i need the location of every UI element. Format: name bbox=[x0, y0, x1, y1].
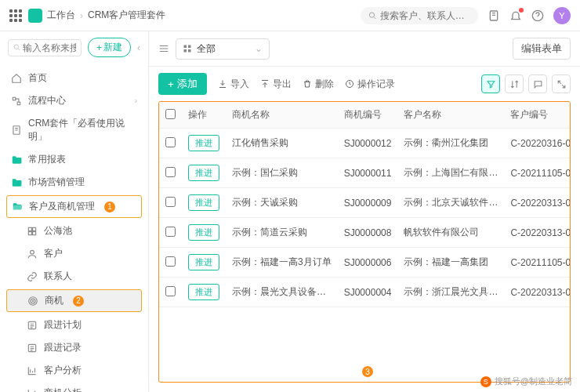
expand-icon[interactable] bbox=[552, 74, 571, 93]
sidebar-item-11[interactable]: 跟进记录 bbox=[0, 336, 148, 359]
help-icon[interactable] bbox=[531, 9, 544, 22]
export-label: 导出 bbox=[273, 78, 292, 91]
log-label: 操作记录 bbox=[357, 78, 395, 91]
row-checkbox[interactable] bbox=[165, 286, 176, 296]
sidebar-item-6[interactable]: 公海池 bbox=[0, 220, 148, 242]
code-cell: SJ0000008 bbox=[338, 218, 398, 248]
sidebar-item-label: 商机 bbox=[45, 294, 63, 307]
sidebar-item-13[interactable]: 商机分析 bbox=[0, 382, 148, 392]
sohu-logo-icon: S bbox=[480, 376, 491, 387]
add-button[interactable]: +添加 bbox=[158, 73, 207, 95]
folder-icon bbox=[11, 154, 22, 165]
breadcrumb-current[interactable]: CRM客户管理套件 bbox=[88, 9, 165, 22]
sidebar-item-label: 客户 bbox=[44, 247, 63, 260]
watermark: S 搜狐号@制造业老简 bbox=[480, 376, 572, 387]
sidebar-search-input[interactable] bbox=[23, 42, 76, 53]
view-selector[interactable]: 全部 ⌄ bbox=[176, 38, 270, 60]
code-cell: SJ0000004 bbox=[338, 278, 398, 307]
notebook-icon[interactable] bbox=[488, 9, 500, 22]
sort-icon[interactable] bbox=[505, 74, 524, 93]
column-header[interactable]: 商机编号 bbox=[338, 102, 398, 129]
delete-label: 删除 bbox=[315, 78, 334, 91]
table-row[interactable]: 推进示例：晨光文具设备…SJ0000004示例：浙江晨光文具…C-2022031… bbox=[159, 278, 571, 307]
column-header[interactable]: 客户编号 bbox=[504, 102, 571, 129]
sidebar-item-0[interactable]: 首页 bbox=[0, 67, 148, 89]
svg-rect-8 bbox=[33, 227, 36, 230]
sidebar-item-label: 跟进记录 bbox=[44, 341, 82, 354]
edit-form-button[interactable]: 编辑表单 bbox=[513, 38, 571, 60]
export-button[interactable]: 导出 bbox=[260, 78, 292, 91]
sidebar-item-3[interactable]: 常用报表 bbox=[0, 148, 148, 171]
row-checkbox[interactable] bbox=[165, 197, 176, 207]
global-search[interactable] bbox=[361, 7, 478, 24]
import-button[interactable]: 导入 bbox=[218, 78, 249, 91]
sidebar-item-10[interactable]: 跟进计划 bbox=[0, 314, 148, 336]
search-icon bbox=[368, 11, 377, 20]
sidebar-item-4[interactable]: 市场营销管理 bbox=[0, 171, 148, 194]
select-all-header bbox=[159, 102, 182, 129]
push-button[interactable]: 推进 bbox=[188, 135, 219, 151]
push-button[interactable]: 推进 bbox=[188, 254, 219, 270]
sidebar-item-8[interactable]: 联系人 bbox=[0, 265, 148, 288]
view-bar: 全部 ⌄ 编辑表单 bbox=[149, 31, 580, 67]
user-icon bbox=[27, 249, 38, 260]
svg-rect-9 bbox=[28, 231, 31, 234]
sidebar-search[interactable] bbox=[8, 39, 82, 56]
annotation-badge: 2 bbox=[73, 296, 84, 307]
table-row[interactable]: 推进江化销售采购SJ0000012示例：衢州江化集团C-20220316-000… bbox=[159, 129, 571, 158]
chart-icon bbox=[27, 365, 38, 376]
new-button-label: 新建 bbox=[103, 41, 122, 54]
chart-icon bbox=[27, 388, 38, 393]
filter-icon[interactable] bbox=[481, 74, 500, 93]
sidebar-item-label: 跟进计划 bbox=[44, 318, 82, 332]
log-button[interactable]: 操作记录 bbox=[345, 78, 395, 91]
push-button[interactable]: 推进 bbox=[188, 165, 219, 181]
svg-rect-17 bbox=[184, 45, 187, 49]
name-cell: 示例：晨光文具设备… bbox=[226, 278, 338, 307]
collapse-sidebar-icon[interactable]: ‹ bbox=[137, 42, 140, 53]
row-checkbox[interactable] bbox=[165, 167, 176, 177]
data-table: 操作商机名称商机编号客户名称客户编号客户联系人 推进江化销售采购SJ000001… bbox=[159, 102, 571, 307]
chat-icon[interactable] bbox=[528, 74, 547, 93]
table-row[interactable]: 推进示例：国仁采购SJ0000011示例：上海国仁有限…C-20211105-0… bbox=[159, 158, 571, 188]
user-avatar[interactable]: Y bbox=[553, 7, 571, 24]
push-button[interactable]: 推进 bbox=[188, 224, 219, 241]
sidebar-item-2[interactable]: CRM套件「必看使用说明」 bbox=[0, 112, 148, 148]
table-row[interactable]: 推进示例：福建一高3月订单SJ0000006示例：福建一高集团C-2021110… bbox=[159, 248, 571, 278]
search-icon bbox=[13, 43, 20, 52]
new-button[interactable]: +新建 bbox=[88, 38, 131, 57]
row-checkbox[interactable] bbox=[165, 137, 176, 147]
name-cell: 示例：国仁采购 bbox=[226, 158, 338, 188]
sidebar-item-5[interactable]: 客户及商机管理1 bbox=[6, 195, 142, 218]
bell-icon[interactable] bbox=[509, 9, 522, 22]
sidebar-item-12[interactable]: 客户分析 bbox=[0, 359, 148, 382]
svg-point-3 bbox=[14, 45, 18, 49]
push-button[interactable]: 推进 bbox=[188, 284, 219, 300]
column-header[interactable]: 客户名称 bbox=[397, 102, 504, 129]
list-icon bbox=[27, 320, 38, 331]
sidebar-item-9[interactable]: 商机2 bbox=[6, 289, 142, 312]
sidebar-nav: 首页流程中心›CRM套件「必看使用说明」常用报表市场营销管理客户及商机管理1公海… bbox=[0, 64, 148, 392]
global-search-input[interactable] bbox=[380, 10, 470, 21]
row-checkbox[interactable] bbox=[165, 256, 176, 267]
action-cell: 推进 bbox=[182, 248, 226, 278]
list-view-icon[interactable] bbox=[158, 43, 169, 54]
app-launcher-icon[interactable] bbox=[9, 9, 22, 22]
breadcrumb-root[interactable]: 工作台 bbox=[47, 9, 75, 22]
delete-button[interactable]: 删除 bbox=[303, 78, 334, 91]
push-button[interactable]: 推进 bbox=[188, 194, 219, 211]
row-select-cell bbox=[159, 218, 182, 248]
sidebar-item-1[interactable]: 流程中心› bbox=[0, 89, 148, 112]
table-row[interactable]: 推进示例：天诚采购SJ0000009示例：北京天诚软件…C-20220313-0… bbox=[159, 188, 571, 218]
toolbar: +添加 导入 导出 删除 操作记录 bbox=[149, 67, 580, 101]
action-cell: 推进 bbox=[182, 218, 226, 248]
import-label: 导入 bbox=[230, 78, 249, 91]
select-all-checkbox[interactable] bbox=[165, 109, 176, 119]
table-row[interactable]: 推进示例：简道云采购SJ0000008帆软软件有限公司C-20220313-00… bbox=[159, 218, 571, 248]
row-checkbox[interactable] bbox=[165, 227, 176, 237]
plus-icon: + bbox=[168, 78, 174, 90]
column-header[interactable]: 商机名称 bbox=[226, 102, 338, 129]
sidebar-item-7[interactable]: 客户 bbox=[0, 242, 148, 265]
column-header[interactable]: 操作 bbox=[182, 102, 226, 129]
chevron-right-icon: › bbox=[135, 96, 137, 105]
